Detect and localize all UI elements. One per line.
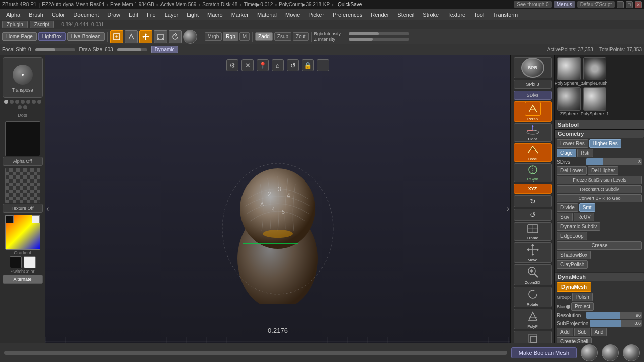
edge-arrow-right[interactable]: › xyxy=(507,204,509,213)
rotate-down-btn[interactable]: ↺ xyxy=(514,209,552,221)
rotate-btn[interactable] xyxy=(169,30,182,43)
lsym-btn[interactable]: L:Sym xyxy=(514,163,552,182)
menu-stroke[interactable]: Stroke xyxy=(419,11,443,19)
claypolish-btn[interactable]: ClayPolish xyxy=(557,260,588,269)
edgeloop-btn[interactable]: EdgeLoop xyxy=(557,232,587,240)
menu-brush[interactable]: Brush xyxy=(25,11,47,19)
menu-preferences[interactable]: Preferences xyxy=(329,11,366,19)
zoom3d-btn[interactable]: Zoom3D xyxy=(514,264,552,285)
rgb-intensity-slider[interactable] xyxy=(349,32,409,35)
menu-material[interactable]: Material xyxy=(253,11,281,19)
swatch-black[interactable] xyxy=(10,256,22,268)
see-through[interactable]: See-through 0 xyxy=(514,1,551,8)
subtool-header[interactable]: Subtool xyxy=(555,120,644,130)
reuv-btn[interactable]: ReUV xyxy=(574,213,594,221)
menus-btn[interactable]: Menus xyxy=(554,1,575,8)
persp-btn[interactable]: Persp xyxy=(514,101,552,122)
bool-sphere-2[interactable] xyxy=(602,344,619,361)
sdivs-slider[interactable]: 3 xyxy=(586,158,642,165)
make-boolean-mesh-btn[interactable]: Make Boolean Mesh xyxy=(511,347,577,358)
menu-edit[interactable]: Edit xyxy=(125,11,142,19)
menu-layer[interactable]: Layer xyxy=(160,11,183,19)
home-icon[interactable]: ⌂ xyxy=(272,59,284,71)
menu-transform[interactable]: Transform xyxy=(489,11,522,19)
zsub-btn[interactable]: Zsub xyxy=(274,32,291,41)
z-intensity-slider[interactable] xyxy=(349,38,409,41)
simplebrush-thumb[interactable]: SimpleBrush xyxy=(583,57,607,86)
lock-icon[interactable]: 🔒 xyxy=(302,59,314,71)
polish-btn[interactable]: Polish xyxy=(572,293,593,301)
close-btn[interactable]: ✕ xyxy=(635,1,642,8)
draw-size-slider[interactable] xyxy=(117,48,147,51)
polysphere1-thumb[interactable]: PolySphere_1 xyxy=(557,57,581,86)
crease-btn[interactable]: Crease xyxy=(557,241,642,250)
zsphere-thumb[interactable]: ZSphere xyxy=(557,87,581,116)
menu-light[interactable]: Light xyxy=(183,11,203,19)
maximize-btn[interactable]: □ xyxy=(626,1,633,8)
spix-btn[interactable]: SPix 3 xyxy=(514,80,552,89)
dash-icon[interactable]: — xyxy=(317,59,329,71)
freeze-subdiv-btn[interactable]: Freeze SubDivision Levels xyxy=(557,176,642,184)
del-lower-btn[interactable]: Del Lower xyxy=(557,166,587,175)
close-icon[interactable]: ✕ xyxy=(242,59,254,71)
reset-icon[interactable]: ↺ xyxy=(287,59,299,71)
scale-btn[interactable] xyxy=(154,30,167,43)
menu-texture[interactable]: Texture xyxy=(443,11,469,19)
draw-btn[interactable] xyxy=(125,30,138,43)
sdivs-btn[interactable]: SDivs xyxy=(514,90,552,100)
lower-res-btn[interactable]: Lower Res xyxy=(557,139,588,148)
zscript-btn[interactable]: Zscript xyxy=(30,21,54,28)
rgb-btn[interactable]: Rgb xyxy=(223,32,238,41)
mrgb-btn[interactable]: Mrgb xyxy=(205,32,222,41)
smt-btn[interactable]: Smt xyxy=(579,203,595,212)
resolution-slider[interactable]: 96 xyxy=(586,312,642,319)
convert-bpr-btn[interactable]: Convert BPR To Geo xyxy=(557,194,642,202)
canvas-area[interactable]: ⚙ ✕ 📍 ⌂ ↺ 🔒 — xyxy=(45,55,510,362)
swatch-white[interactable] xyxy=(24,256,36,268)
bool-sphere-1[interactable] xyxy=(581,344,598,361)
menu-file[interactable]: File xyxy=(143,11,160,19)
minimize-btn[interactable]: _ xyxy=(617,1,624,8)
menu-marker[interactable]: Marker xyxy=(227,11,253,19)
menu-render[interactable]: Render xyxy=(367,11,393,19)
divide-btn[interactable]: Divide xyxy=(557,203,578,212)
floor-btn[interactable]: Floor xyxy=(514,123,552,142)
suv-btn[interactable]: Suv xyxy=(557,213,573,221)
settings-icon[interactable]: ⚙ xyxy=(226,59,238,71)
sub-btn[interactable]: Sub xyxy=(574,328,590,336)
menu-draw[interactable]: Draw xyxy=(103,11,124,19)
bpr-btn[interactable]: BPR xyxy=(514,57,552,78)
menu-tool[interactable]: Tool xyxy=(470,11,488,19)
blur-dot[interactable] xyxy=(566,305,570,309)
rotate-nav-btn[interactable]: Rotate xyxy=(514,287,552,307)
higher-res-btn[interactable]: Higher Res xyxy=(589,139,621,148)
menu-stencil[interactable]: Stencil xyxy=(393,11,418,19)
menu-document[interactable]: Document xyxy=(69,11,103,19)
move-btn[interactable] xyxy=(139,30,152,43)
focal-shift-slider[interactable] xyxy=(35,48,75,51)
dynamesh-btn[interactable]: DynaMesh xyxy=(557,282,591,292)
lightbox-btn[interactable]: LightBox xyxy=(38,32,66,41)
geometry-header[interactable]: Geometry xyxy=(555,130,644,138)
menu-picker[interactable]: Picker xyxy=(304,11,328,19)
local-btn[interactable]: Local xyxy=(514,143,552,162)
home-page-btn[interactable]: Home Page xyxy=(2,32,37,41)
sphere-icon[interactable] xyxy=(183,30,197,44)
dynamesh-header[interactable]: DynaMesh xyxy=(555,273,644,281)
texture-label[interactable]: Texture Off xyxy=(3,204,43,213)
alpha-preview[interactable] xyxy=(5,121,40,156)
shadowbox-btn[interactable]: ShadowBox xyxy=(557,251,591,259)
live-boolean-btn[interactable]: Live Boolean xyxy=(67,32,105,41)
edge-arrow-left[interactable]: ‹ xyxy=(46,204,49,213)
rstr-btn[interactable]: Rstr xyxy=(577,149,593,157)
dynamic-btn[interactable]: Dynamic xyxy=(151,46,178,53)
zadd-btn[interactable]: Zadd xyxy=(255,32,273,41)
menu-macro[interactable]: Macro xyxy=(203,11,227,19)
subprojection-slider[interactable]: 0.6 xyxy=(590,320,642,327)
zcut-btn[interactable]: Zcut xyxy=(293,32,308,41)
rotate-up-btn[interactable]: ↻ xyxy=(514,195,552,207)
alpha-label[interactable]: Alpha Off xyxy=(3,157,43,166)
del-higher-btn[interactable]: Del Higher xyxy=(588,166,618,175)
menu-movie[interactable]: Movie xyxy=(281,11,304,19)
edit-btn[interactable] xyxy=(110,30,123,43)
